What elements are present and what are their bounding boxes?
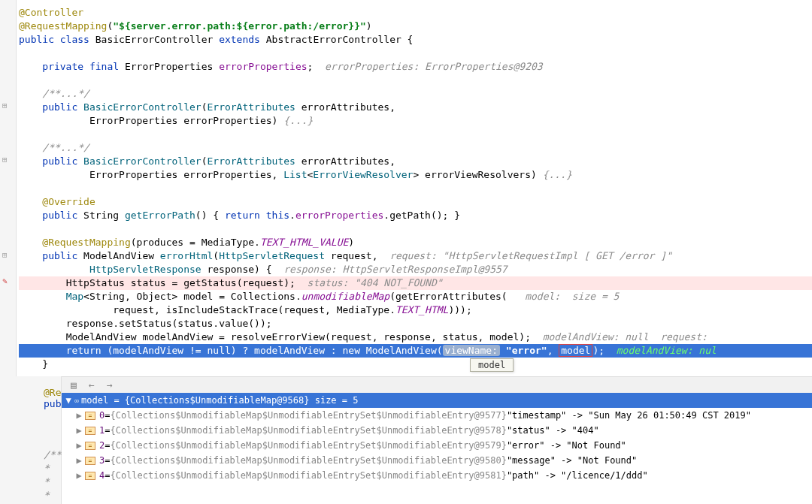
type: ModelAndView xyxy=(83,250,154,261)
type: HttpStatus xyxy=(66,277,125,288)
method-call: resolveErrorView xyxy=(231,331,325,343)
inline-hint: errorProperties: ErrorProperties@9203 xyxy=(325,61,543,72)
keyword: public xyxy=(42,101,77,113)
var-ref: model xyxy=(489,331,519,343)
method-call: getPath xyxy=(389,210,431,221)
nav-forward-icon[interactable]: → xyxy=(104,379,116,391)
keyword: public xyxy=(42,250,77,261)
keyword: return xyxy=(66,345,102,356)
type: ErrorProperties xyxy=(89,169,177,180)
annotation: @RequestMapping xyxy=(42,237,130,248)
gutter-mark-icon: ⊞ xyxy=(2,155,8,164)
editor-gutter: ⊞ ⊞ ⊞ ✎ xyxy=(0,0,17,376)
debug-root-label: model = {Collections$UnmodifiableMap@956… xyxy=(81,395,358,406)
method: errorHtml xyxy=(160,250,213,261)
static-method: unmodifiableMap xyxy=(301,291,389,302)
constructor: BasicErrorController xyxy=(83,155,201,167)
row-object: {Collections$UnmodifiableMap$Unmodifiabl… xyxy=(110,425,506,436)
class-name: BasicErrorController xyxy=(95,34,214,45)
keyword: public xyxy=(19,34,54,45)
gutter-breakpoint-icon[interactable]: ✎ xyxy=(2,276,8,286)
row-object: {Collections$UnmodifiableMap$Unmodifiabl… xyxy=(110,440,506,451)
annotation: @Override xyxy=(42,196,95,207)
folded-body[interactable]: {...} xyxy=(543,169,572,180)
field: errorProperties xyxy=(295,210,383,221)
type: ErrorAttributes xyxy=(207,155,295,167)
keyword: private xyxy=(42,61,83,72)
keyword: return xyxy=(225,210,260,221)
type: HttpServletResponse xyxy=(89,264,201,275)
row-index: 4 xyxy=(99,470,105,481)
folded-comment[interactable]: /**...*/ xyxy=(42,88,89,99)
debug-variable-row[interactable]: ▶= 0 = {Collections$UnmodifiableMap$Unmo… xyxy=(62,408,812,423)
debug-variable-row[interactable]: ▶= 1 = {Collections$UnmodifiableMap$Unmo… xyxy=(62,423,812,438)
row-value: "status" -> "404" xyxy=(507,425,599,436)
inline-hint: model: size = 5 xyxy=(525,291,619,302)
inline-hint: modelAndView: null request: xyxy=(543,331,707,343)
debug-variable-row[interactable]: ▶= 3 = {Collections$UnmodifiableMap$Unmo… xyxy=(62,453,812,468)
inline-hint: response: HttpServletResponseImpl@9557 xyxy=(283,264,507,275)
inline-hint: modelAndView: nul xyxy=(617,345,717,356)
brace: } xyxy=(42,358,48,370)
class-ref: MediaType xyxy=(337,304,389,315)
row-index: 2 xyxy=(99,440,105,451)
constant: TEXT_HTML_VALUE xyxy=(260,237,348,248)
expand-icon[interactable]: ▶ xyxy=(75,455,83,466)
expand-icon[interactable]: ▶ xyxy=(75,425,83,436)
string-literal: "error" xyxy=(506,345,547,356)
inline-hint: status: "404 NOT_FOUND" xyxy=(308,277,443,288)
method-call: isIncludeStackTrace xyxy=(166,304,278,315)
entry-icon: = xyxy=(85,472,95,480)
type: List xyxy=(283,169,307,180)
debug-variable-row[interactable]: ▶= 4 = {Collections$UnmodifiableMap$Unmo… xyxy=(62,468,812,483)
var-ref: request xyxy=(242,277,283,288)
row-index: 0 xyxy=(99,410,105,421)
local-var: status xyxy=(131,277,166,288)
entry-icon: = xyxy=(85,412,95,420)
debug-variable-row[interactable]: ▶= 2 = {Collections$UnmodifiableMap$Unmo… xyxy=(62,438,812,453)
modified-line: HttpStatus status = getStatus(request); … xyxy=(19,276,812,290)
expand-icon[interactable]: ▶ xyxy=(75,440,83,451)
var-ref: modelAndView xyxy=(254,345,325,356)
expand-icon[interactable]: ▶ xyxy=(75,410,83,421)
type: ErrorAttributes xyxy=(207,101,295,113)
type: ModelAndView xyxy=(366,345,437,356)
class-ref: MediaType xyxy=(201,237,254,248)
nav-back-icon[interactable]: ← xyxy=(86,379,98,391)
debug-toolbar: ▤ ← → xyxy=(62,376,812,393)
code-editor[interactable]: @Controller @RequestMapping("${server.er… xyxy=(19,0,812,371)
inline-hint: request: "HttpServletRequestImpl [ GET /… xyxy=(389,250,672,261)
method-call: value xyxy=(219,318,248,329)
constructor: BasicErrorController xyxy=(83,101,201,113)
type: ErrorViewResolver xyxy=(313,169,413,180)
keyword: this xyxy=(266,210,289,221)
var-ref: request xyxy=(331,331,372,343)
folded-comment[interactable]: /**...*/ xyxy=(42,142,89,153)
type: ErrorProperties xyxy=(125,61,213,72)
row-object: {Collections$UnmodifiableMap$Unmodifiabl… xyxy=(110,470,506,481)
param: errorAttributes xyxy=(301,101,389,113)
entry-icon: = xyxy=(85,427,95,435)
highlighted-var[interactable]: model xyxy=(559,344,592,357)
link-icon: ∞ xyxy=(74,397,79,405)
method: getErrorPath xyxy=(125,210,195,221)
collapse-icon[interactable]: ▼ xyxy=(65,395,72,406)
keyword: extends xyxy=(219,34,260,45)
type: ErrorProperties xyxy=(89,115,177,126)
gutter-mark-icon: ⊞ xyxy=(2,101,8,110)
debug-variable-root[interactable]: ▼ ∞ model = {Collections$UnmodifiableMap… xyxy=(62,393,812,408)
var-ref: request xyxy=(283,304,325,315)
param: response xyxy=(207,264,254,275)
hover-tooltip: model xyxy=(470,358,514,372)
keyword: final xyxy=(89,61,119,72)
annotation: @RequestMapping xyxy=(19,20,107,32)
expand-icon[interactable]: ▶ xyxy=(75,470,83,481)
local-var: modelAndView xyxy=(142,331,213,343)
local-var: model xyxy=(183,291,213,302)
field: errorProperties xyxy=(219,61,307,72)
debug-variable-list: ▶= 0 = {Collections$UnmodifiableMap$Unmo… xyxy=(62,408,812,483)
type: Object xyxy=(137,291,172,302)
method-call: getErrorAttributes xyxy=(395,291,501,302)
new-watch-icon[interactable]: ▤ xyxy=(68,379,80,391)
folded-body[interactable]: {...} xyxy=(283,115,313,126)
